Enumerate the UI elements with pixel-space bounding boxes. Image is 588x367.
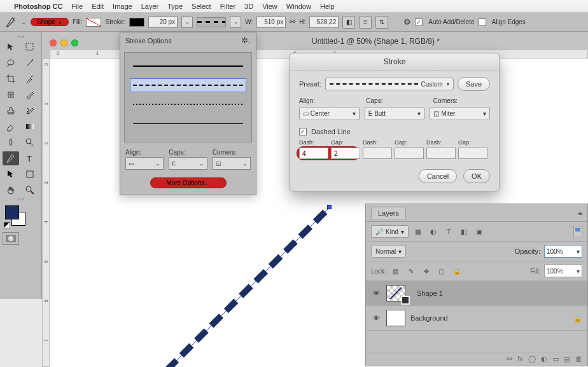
lock-trans-icon[interactable]: ▨ bbox=[390, 265, 402, 277]
close-window-button[interactable] bbox=[50, 39, 57, 46]
panel-grip[interactable] bbox=[18, 36, 24, 38]
path-arrange-icon[interactable]: ⇅ bbox=[375, 16, 388, 29]
move-tool[interactable] bbox=[3, 40, 19, 54]
ruler-vertical[interactable]: 0 1 2 3 4 5 6 7 bbox=[42, 59, 50, 367]
dlg-align-select[interactable]: ▭ Center▾ bbox=[299, 107, 360, 120]
link-layers-icon[interactable]: ⚯ bbox=[507, 355, 512, 363]
opacity-field[interactable]: 100%▾ bbox=[544, 245, 582, 258]
stroke-width-field[interactable]: 20 px bbox=[148, 17, 178, 28]
tool-mode-select[interactable]: Shape⌄ bbox=[31, 18, 69, 26]
dlg-caps-select[interactable]: E Butt▾ bbox=[365, 107, 425, 120]
filter-type-icon[interactable]: T bbox=[443, 226, 454, 237]
wand-tool[interactable] bbox=[22, 56, 38, 70]
pen-tool[interactable] bbox=[3, 151, 19, 165]
stroke-width-stepper[interactable]: ⌄ bbox=[181, 17, 193, 28]
eraser-tool[interactable] bbox=[3, 120, 19, 134]
save-preset-button[interactable]: Save bbox=[458, 77, 490, 91]
cancel-button[interactable]: Cancel bbox=[419, 169, 457, 183]
path-anchor-end[interactable] bbox=[327, 205, 332, 209]
menu-edit[interactable]: Edit bbox=[92, 3, 104, 10]
ok-button[interactable]: OK bbox=[463, 169, 490, 183]
menu-layer[interactable]: Layer bbox=[141, 3, 159, 10]
menu-file[interactable]: File bbox=[71, 3, 83, 10]
trash-icon[interactable]: 🗑 bbox=[575, 355, 582, 363]
align-edges-checkbox[interactable] bbox=[479, 18, 486, 26]
gap2-input[interactable] bbox=[395, 148, 424, 159]
healing-tool[interactable] bbox=[3, 88, 19, 102]
dash1-input[interactable] bbox=[299, 148, 328, 159]
gap1-input[interactable] bbox=[331, 148, 360, 159]
blur-tool[interactable] bbox=[3, 135, 19, 149]
crop-tool[interactable] bbox=[3, 72, 19, 86]
dlg-corners-select[interactable]: ◱ Miter▾ bbox=[430, 107, 490, 120]
document-title[interactable]: Untitled-1 @ 50% (Shape 1, RGB/8) * bbox=[312, 37, 440, 46]
type-tool[interactable]: T bbox=[22, 151, 38, 165]
panel-menu-icon[interactable]: ≡ bbox=[578, 209, 582, 217]
lock-paint-icon[interactable]: ✎ bbox=[405, 265, 417, 277]
visibility-toggle[interactable]: 👁 bbox=[371, 289, 381, 297]
filter-smart-icon[interactable]: ▣ bbox=[473, 226, 485, 237]
adjustment-icon[interactable]: ◐ bbox=[541, 355, 547, 363]
dashed-line-checkbox[interactable] bbox=[299, 128, 307, 135]
hand-tool[interactable] bbox=[3, 183, 19, 197]
link-wh-icon[interactable]: ⚯ bbox=[290, 18, 295, 26]
dodge-tool[interactable] bbox=[22, 135, 38, 149]
shape-tool[interactable] bbox=[22, 167, 38, 181]
menu-window[interactable]: Window bbox=[286, 3, 311, 10]
menu-filter[interactable]: Filter bbox=[220, 3, 235, 10]
brush-tool[interactable] bbox=[22, 88, 38, 102]
stroke-preset-dotted[interactable] bbox=[130, 97, 246, 111]
width-field[interactable]: 510 px bbox=[256, 17, 286, 28]
stroke-swatch[interactable] bbox=[129, 18, 144, 27]
lock-nest-icon[interactable]: ▢ bbox=[436, 265, 447, 277]
dash2-input[interactable] bbox=[363, 148, 392, 159]
popover-align-select[interactable]: ▭⌄ bbox=[125, 157, 164, 170]
popover-gear-icon[interactable]: ✲. bbox=[241, 36, 251, 45]
preset-select[interactable]: Custom▾ bbox=[325, 78, 454, 90]
zoom-window-button[interactable] bbox=[71, 39, 78, 46]
menu-view[interactable]: View bbox=[262, 3, 277, 10]
fill-opacity-field[interactable]: 100%▾ bbox=[544, 265, 582, 277]
filter-pixel-icon[interactable]: ▦ bbox=[412, 226, 424, 237]
menu-image[interactable]: Image bbox=[113, 3, 132, 10]
auto-add-delete-checkbox[interactable] bbox=[415, 18, 423, 26]
foreground-color[interactable] bbox=[5, 205, 19, 219]
layer-background[interactable]: 👁 Background 🔒 bbox=[366, 306, 587, 331]
menu-3d[interactable]: 3D bbox=[244, 3, 253, 10]
fx-icon[interactable]: fx bbox=[517, 355, 523, 363]
popover-corners-select[interactable]: ◱⌄ bbox=[213, 157, 251, 170]
filter-adjust-icon[interactable]: ◐ bbox=[428, 226, 439, 237]
blend-mode-select[interactable]: Normal▾ bbox=[371, 245, 406, 258]
filter-kind-select[interactable]: 🔎Kind▾ bbox=[371, 225, 409, 238]
marquee-tool[interactable] bbox=[22, 40, 38, 54]
default-colors-icon[interactable] bbox=[4, 222, 10, 228]
more-options-button[interactable]: More Options... bbox=[150, 177, 227, 188]
minimize-window-button[interactable] bbox=[60, 39, 67, 46]
menu-select[interactable]: Select bbox=[192, 3, 211, 10]
tool-preset-chevron[interactable]: ⌄ bbox=[20, 18, 27, 25]
filter-toggle[interactable] bbox=[573, 226, 582, 237]
path-select-tool[interactable] bbox=[3, 167, 19, 181]
filter-shape-icon[interactable]: ◧ bbox=[458, 226, 470, 237]
lasso-tool[interactable] bbox=[3, 56, 19, 70]
stamp-tool[interactable] bbox=[3, 104, 19, 118]
stroke-preset-dashed[interactable] bbox=[130, 78, 246, 92]
stroke-type-chevron[interactable]: ⌄ bbox=[230, 17, 241, 28]
group-icon[interactable]: ▭ bbox=[552, 355, 559, 363]
path-ops-icon[interactable]: ◧ bbox=[342, 16, 355, 29]
layer-name[interactable]: Background bbox=[410, 314, 448, 322]
layers-tab[interactable]: Layers bbox=[371, 207, 406, 219]
app-name[interactable]: Photoshop CC bbox=[14, 3, 62, 10]
eyedropper-tool[interactable] bbox=[22, 72, 38, 86]
lock-all-icon[interactable]: 🔒 bbox=[451, 265, 463, 277]
gear-icon[interactable]: ⚙ bbox=[403, 17, 411, 27]
gap3-input[interactable] bbox=[458, 148, 487, 159]
new-layer-icon[interactable]: ▤ bbox=[564, 355, 570, 363]
color-swatches[interactable] bbox=[3, 205, 39, 228]
layer-shape1[interactable]: 👁 Shape 1 bbox=[366, 281, 587, 306]
gradient-tool[interactable] bbox=[22, 120, 38, 134]
layer-thumb[interactable] bbox=[386, 310, 405, 326]
popover-caps-select[interactable]: E⌄ bbox=[169, 157, 207, 170]
menu-help[interactable]: Help bbox=[320, 3, 335, 10]
stroke-type-select[interactable] bbox=[197, 17, 226, 27]
